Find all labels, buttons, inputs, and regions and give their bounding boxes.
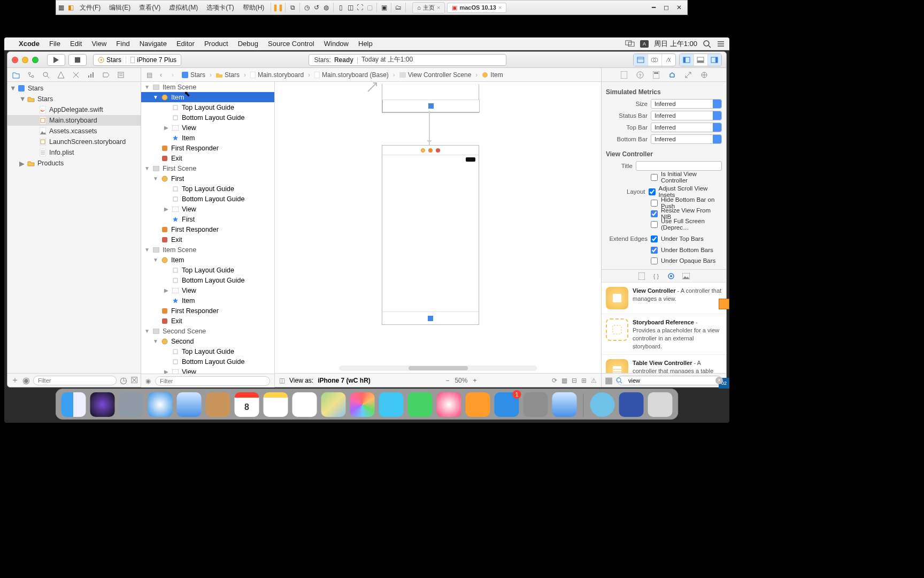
tabbarcontroller-scene-box[interactable] bbox=[382, 84, 479, 113]
outline-child[interactable]: ▶View bbox=[141, 204, 274, 214]
quickhelp-inspector-tab[interactable]: ? bbox=[635, 70, 645, 80]
vm-menu-edit[interactable]: 编辑(E) bbox=[105, 3, 135, 12]
viewcontroller-scene-box[interactable] bbox=[382, 145, 479, 325]
file-row[interactable]: AppDelegate.swift bbox=[7, 104, 141, 115]
adjust-scroll-checkbox[interactable] bbox=[649, 188, 656, 195]
document-outline[interactable]: ▼Item Scene▼ItemTop Layout GuideBottom L… bbox=[141, 82, 275, 387]
display-mirror-icon[interactable] bbox=[625, 40, 635, 48]
dock-maps-icon[interactable] bbox=[321, 392, 346, 417]
outline-child[interactable]: Bottom Layout Guide bbox=[141, 356, 274, 367]
embed-in-icon[interactable]: ▦ bbox=[561, 377, 567, 384]
outline-child[interactable]: Top Layout Guide bbox=[141, 102, 274, 112]
scm-filter-icon[interactable]: ☒ bbox=[130, 375, 138, 385]
app-menu[interactable]: Xcode bbox=[14, 40, 44, 48]
dock-systemprefs-icon[interactable] bbox=[523, 392, 548, 417]
window-zoom-button[interactable] bbox=[32, 57, 38, 63]
outline-child[interactable]: Top Layout Guide bbox=[141, 265, 274, 275]
identity-inspector-tab[interactable] bbox=[651, 70, 661, 80]
object-library-tab[interactable] bbox=[667, 272, 675, 280]
vm-menu-help[interactable]: 帮助(H) bbox=[238, 3, 269, 12]
vm-tab-macos[interactable]: ▣ macOS 10.13 × bbox=[447, 3, 506, 13]
vm-revert-icon[interactable]: ↺ bbox=[312, 3, 321, 12]
vm-fullscreen-icon[interactable]: ⛶ bbox=[355, 3, 365, 12]
outline-child[interactable]: Item bbox=[141, 133, 274, 143]
vm-layout2-icon[interactable]: ◫ bbox=[345, 3, 355, 12]
vm-snapshot-icon[interactable]: ⧉ bbox=[288, 3, 297, 12]
outline-firstresponder[interactable]: First Responder bbox=[141, 143, 274, 153]
spotlight-icon[interactable] bbox=[703, 40, 711, 48]
resolve-issues-icon[interactable]: ⚠ bbox=[591, 377, 597, 384]
outline-exit[interactable]: Exit bbox=[141, 316, 274, 326]
outline-exit[interactable]: Exit bbox=[141, 234, 274, 245]
menu-view[interactable]: View bbox=[87, 40, 111, 48]
outline-scene[interactable]: ▼Item Scene bbox=[141, 245, 274, 255]
vm-manage-icon[interactable]: ◍ bbox=[321, 3, 331, 12]
scheme-selector[interactable]: ✶ Stars iPhone 7 Plus bbox=[93, 54, 181, 66]
clear-search-icon[interactable]: × bbox=[715, 377, 723, 384]
pin-icon[interactable]: ⊞ bbox=[581, 377, 587, 384]
menu-window[interactable]: Window bbox=[319, 40, 353, 48]
project-navigator-tab[interactable] bbox=[11, 70, 21, 80]
hide-bottom-checkbox[interactable] bbox=[651, 200, 658, 207]
dock-trash-icon[interactable] bbox=[648, 392, 673, 417]
view-as-value[interactable]: iPhone 7 (wC hR) bbox=[318, 377, 371, 384]
canvas-scrollbar[interactable] bbox=[339, 366, 537, 371]
toggle-debug-button[interactable] bbox=[694, 54, 707, 66]
outline-viewcontroller[interactable]: ▼Second bbox=[141, 336, 274, 346]
outline-exit[interactable]: Exit bbox=[141, 153, 274, 163]
close-icon[interactable]: × bbox=[498, 4, 502, 11]
filter-scope-icon[interactable]: ◉ bbox=[145, 377, 151, 385]
menu-navigate[interactable]: Navigate bbox=[135, 40, 172, 48]
input-source-icon[interactable]: A bbox=[640, 40, 649, 48]
attributes-inspector-tab[interactable] bbox=[667, 70, 677, 80]
outline-viewcontroller[interactable]: ▼First bbox=[141, 173, 274, 184]
align-icon[interactable]: ⊟ bbox=[572, 377, 577, 384]
dock-photos-icon[interactable] bbox=[350, 392, 375, 417]
vm-menu-machine[interactable]: 虚拟机(M) bbox=[165, 3, 202, 12]
outline-child[interactable]: Bottom Layout Guide bbox=[141, 275, 274, 285]
dock-messages-icon[interactable] bbox=[379, 392, 404, 417]
version-editor-button[interactable] bbox=[661, 54, 675, 66]
nav-back-icon[interactable]: ‹ bbox=[156, 70, 166, 80]
outline-child[interactable]: Bottom Layout Guide bbox=[141, 194, 274, 204]
navigator-filter-input[interactable] bbox=[33, 376, 117, 385]
dock-facetime-icon[interactable] bbox=[408, 392, 433, 417]
dock-appstore-icon[interactable]: 1 bbox=[495, 392, 519, 417]
menu-product[interactable]: Product bbox=[199, 40, 233, 48]
debug-navigator-tab[interactable] bbox=[86, 70, 96, 80]
dock-ibooks-icon[interactable] bbox=[466, 392, 490, 417]
products-folder[interactable]: ▶ Products bbox=[7, 158, 141, 169]
close-icon[interactable]: × bbox=[437, 4, 440, 11]
outline-child[interactable]: Top Layout Guide bbox=[141, 346, 274, 356]
dock-safari-icon[interactable] bbox=[148, 392, 173, 417]
dock-contacts-icon[interactable] bbox=[206, 392, 230, 417]
update-frames-icon[interactable]: ⟳ bbox=[552, 377, 557, 384]
ib-canvas[interactable] bbox=[275, 82, 601, 373]
file-row-selected[interactable]: Main.storyboard bbox=[7, 115, 141, 126]
window-minimize-button[interactable] bbox=[22, 57, 28, 63]
outline-child[interactable]: First bbox=[141, 214, 274, 224]
file-template-library-tab[interactable] bbox=[638, 272, 645, 280]
vm-layout1-icon[interactable]: ▯ bbox=[336, 3, 345, 12]
run-button[interactable] bbox=[47, 54, 65, 66]
file-row[interactable]: Assets.xcassets bbox=[7, 126, 141, 136]
library-view-mode-icon[interactable]: ▦ bbox=[605, 375, 613, 385]
is-initial-checkbox[interactable] bbox=[651, 174, 658, 181]
test-navigator-tab[interactable] bbox=[71, 70, 81, 80]
dock-reminders-icon[interactable] bbox=[292, 392, 317, 417]
report-navigator-tab[interactable] bbox=[116, 70, 126, 80]
search-navigator-tab[interactable] bbox=[41, 70, 51, 80]
window-close-button[interactable] bbox=[12, 57, 18, 63]
dock-downloads-icon[interactable] bbox=[590, 392, 615, 417]
outline-child[interactable]: Item bbox=[141, 295, 274, 306]
menu-sourcecontrol[interactable]: Source Control bbox=[263, 40, 319, 48]
size-select[interactable]: Inferred bbox=[651, 99, 722, 109]
outline-viewcontroller[interactable]: ▼Item bbox=[141, 255, 274, 265]
dock-minimized-window-icon[interactable] bbox=[619, 392, 644, 417]
zoom-out-button[interactable]: − bbox=[445, 377, 449, 384]
statusbar-select[interactable]: Inferred bbox=[651, 111, 722, 120]
size-inspector-tab[interactable] bbox=[683, 70, 694, 80]
code-snippet-library-tab[interactable]: { } bbox=[652, 273, 660, 279]
resize-handle-icon[interactable] bbox=[366, 82, 379, 94]
topbar-select[interactable]: Inferred bbox=[651, 123, 722, 132]
